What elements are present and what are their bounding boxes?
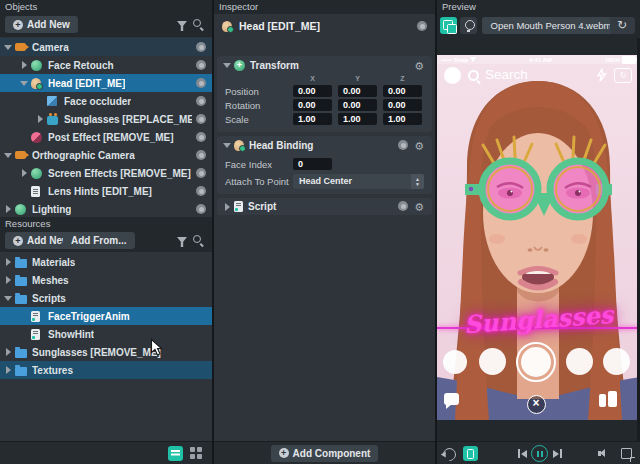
visibility-toggle-icon[interactable]: [196, 114, 206, 124]
chevron-right-icon[interactable]: [223, 202, 234, 212]
search-input[interactable]: Search: [485, 67, 528, 82]
loop-icon[interactable]: [440, 445, 458, 463]
chevron-right-icon[interactable]: [4, 365, 15, 375]
skip-forward-icon[interactable]: [553, 448, 562, 459]
resource-item-sunglasses-folder[interactable]: Sunglasses [REMOVE_ME]: [0, 343, 212, 361]
position-z-input[interactable]: 0.00: [383, 85, 422, 97]
chevron-right-icon[interactable]: [4, 204, 15, 214]
resource-item-scripts[interactable]: Scripts: [0, 289, 212, 307]
scale-z-input[interactable]: 1.00: [383, 113, 422, 125]
chevron-right-icon[interactable]: [4, 257, 15, 267]
visibility-toggle-icon[interactable]: [398, 140, 408, 150]
tree-item-face-retouch[interactable]: Face Retouch: [0, 56, 212, 74]
chevron-down-icon[interactable]: [4, 293, 15, 303]
chevron-right-icon[interactable]: [36, 114, 47, 124]
lens-carousel-item[interactable]: [603, 348, 630, 375]
list-view-button[interactable]: [168, 446, 183, 461]
gear-icon[interactable]: [414, 138, 424, 153]
filter-icon[interactable]: [177, 237, 187, 247]
crop-icon[interactable]: [621, 448, 632, 459]
script-section: Script: [217, 198, 432, 215]
capture-button[interactable]: [521, 347, 551, 377]
close-lens-button[interactable]: [527, 395, 546, 414]
face-index-input[interactable]: 0: [293, 158, 332, 170]
tree-item-label: Orthographic Camera: [32, 150, 135, 161]
tree-item-sunglasses[interactable]: Sunglasses [REPLACE_ME]: [0, 110, 212, 128]
transform-header[interactable]: Transform: [217, 56, 432, 74]
visibility-toggle-icon[interactable]: [196, 60, 206, 70]
scale-x-input[interactable]: 1.00: [293, 113, 332, 125]
chevron-right-icon[interactable]: [4, 275, 15, 285]
resource-item-textures[interactable]: Textures: [0, 361, 212, 379]
stepper-icon[interactable]: ▲▼: [411, 174, 424, 189]
chevron-down-icon[interactable]: [20, 78, 31, 88]
add-from-button[interactable]: Add From...: [63, 232, 135, 249]
search-icon[interactable]: [193, 235, 204, 246]
filter-icon[interactable]: [177, 21, 187, 31]
webcam-source-button[interactable]: [460, 17, 477, 34]
skip-back-icon[interactable]: [518, 448, 527, 459]
tree-item-camera[interactable]: Camera: [0, 38, 212, 56]
visibility-toggle-icon[interactable]: [196, 186, 206, 196]
chevron-down-icon[interactable]: [4, 150, 15, 160]
restart-preview-button[interactable]: [610, 17, 635, 34]
camera-flip-icon[interactable]: ↻: [614, 68, 632, 83]
visibility-toggle-icon[interactable]: [196, 150, 206, 160]
position-y-input[interactable]: 0.00: [338, 85, 377, 97]
folder-icon: [15, 277, 27, 286]
avatar[interactable]: [444, 67, 461, 84]
rotation-x-input[interactable]: 0.00: [293, 99, 332, 111]
tree-item-lens-hints[interactable]: Lens Hints [EDIT_ME]: [0, 182, 212, 200]
objects-add-new-button[interactable]: Add New: [5, 16, 78, 33]
chat-icon[interactable]: [444, 393, 459, 405]
device-preview-button[interactable]: [463, 446, 478, 461]
grid-view-button[interactable]: [190, 447, 202, 459]
scale-y-input[interactable]: 1.00: [338, 113, 377, 125]
add-component-button[interactable]: Add Component: [271, 445, 379, 462]
gear-icon[interactable]: [414, 199, 424, 214]
pause-button[interactable]: [531, 445, 548, 462]
tree-item-head[interactable]: Head [EDIT_ME]: [0, 74, 212, 92]
volume-icon[interactable]: [598, 448, 612, 459]
lens-carousel-item[interactable]: [566, 348, 593, 375]
visibility-toggle-icon[interactable]: [196, 78, 206, 88]
visibility-toggle-icon[interactable]: [196, 168, 206, 178]
chevron-right-icon[interactable]: [20, 168, 31, 178]
tree-item-post-effect[interactable]: Post Effect [REMOVE_ME]: [0, 128, 212, 146]
tree-item-screen-effects[interactable]: Screen Effects [REMOVE_ME]: [0, 164, 212, 182]
lens-carousel-item[interactable]: [479, 348, 506, 375]
resource-item-showhint[interactable]: ShowHint: [0, 325, 212, 343]
chevron-down-icon[interactable]: [4, 42, 15, 52]
tree-item-face-occluder[interactable]: Face occluder: [0, 92, 212, 110]
position-x-input[interactable]: 0.00: [293, 85, 332, 97]
visibility-toggle-icon[interactable]: [398, 201, 408, 211]
camera-preview[interactable]: ••••• Snap 9:41 AM 100% Search ↻: [437, 55, 640, 420]
visibility-toggle-icon[interactable]: [196, 132, 206, 142]
resource-item-materials[interactable]: Materials: [0, 253, 212, 271]
tree-item-orthographic-camera[interactable]: Orthographic Camera: [0, 146, 212, 164]
chevron-down-icon[interactable]: [223, 60, 234, 70]
memories-icon[interactable]: [599, 391, 619, 409]
effect-sphere-icon: [31, 168, 42, 179]
gear-icon[interactable]: [414, 58, 424, 73]
media-source-button[interactable]: [440, 17, 457, 34]
visibility-toggle-icon[interactable]: [196, 96, 206, 106]
add-component-label: Add Component: [293, 448, 371, 459]
visibility-toggle-icon[interactable]: [417, 21, 427, 31]
visibility-toggle-icon[interactable]: [196, 42, 206, 52]
tree-item-lighting[interactable]: Lighting: [0, 200, 212, 218]
chevron-right-icon[interactable]: [20, 60, 31, 70]
visibility-toggle-icon[interactable]: [196, 204, 206, 214]
rotation-z-input[interactable]: 0.00: [383, 99, 422, 111]
search-icon[interactable]: [193, 19, 204, 30]
chevron-right-icon[interactable]: [4, 347, 15, 357]
lens-carousel-item[interactable]: [443, 350, 467, 374]
attach-to-point-label: Attach To Point: [225, 176, 289, 187]
attach-to-point-dropdown[interactable]: Head Center ▲▼: [293, 174, 424, 189]
chevron-down-icon[interactable]: [223, 140, 234, 150]
flash-off-icon[interactable]: [596, 68, 606, 81]
preview-source-dropdown[interactable]: Open Mouth Person 4.webm: [482, 17, 620, 34]
resource-item-facetriggeranim[interactable]: FaceTriggerAnim: [0, 307, 212, 325]
resource-item-meshes[interactable]: Meshes: [0, 271, 212, 289]
rotation-y-input[interactable]: 0.00: [338, 99, 377, 111]
